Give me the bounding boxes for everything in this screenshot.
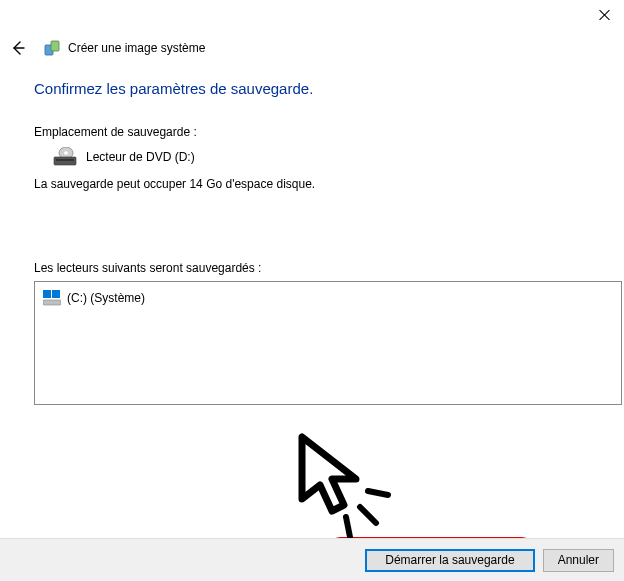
backup-size-text: La sauvegarde peut occuper 14 Go d'espac… bbox=[34, 177, 604, 191]
page-heading: Confirmez les paramètres de sauvegarde. bbox=[34, 80, 604, 97]
cancel-button[interactable]: Annuler bbox=[543, 549, 614, 572]
svg-rect-7 bbox=[43, 290, 51, 298]
svg-rect-6 bbox=[56, 159, 74, 161]
svg-line-10 bbox=[360, 507, 376, 523]
wizard-icon bbox=[44, 39, 62, 57]
list-item: (C:) (Système) bbox=[43, 290, 613, 306]
dvd-drive-icon bbox=[52, 147, 78, 167]
backup-location-row: Lecteur de DVD (D:) bbox=[52, 147, 604, 167]
annotation-cursor-icon bbox=[282, 429, 402, 549]
drives-list: (C:) (Système) bbox=[34, 281, 622, 405]
start-backup-button[interactable]: Démarrer la sauvegarde bbox=[365, 549, 534, 572]
svg-rect-8 bbox=[52, 290, 60, 298]
drives-list-label: Les lecteurs suivants seront sauvegardés… bbox=[34, 261, 604, 275]
back-button[interactable] bbox=[8, 38, 28, 58]
svg-line-12 bbox=[346, 517, 350, 537]
svg-rect-9 bbox=[43, 300, 61, 305]
system-drive-icon bbox=[43, 290, 61, 306]
dialog-footer: Démarrer la sauvegarde Annuler bbox=[0, 538, 624, 581]
backup-location-label: Emplacement de sauvegarde : bbox=[34, 125, 604, 139]
wizard-header: Créer une image système bbox=[8, 36, 616, 60]
backup-location-value: Lecteur de DVD (D:) bbox=[86, 150, 195, 164]
close-button[interactable] bbox=[598, 8, 612, 22]
svg-rect-2 bbox=[51, 41, 59, 51]
drive-label: (C:) (Système) bbox=[67, 291, 145, 305]
window-title: Créer une image système bbox=[68, 41, 205, 55]
svg-point-4 bbox=[64, 151, 68, 154]
svg-line-11 bbox=[368, 491, 388, 495]
